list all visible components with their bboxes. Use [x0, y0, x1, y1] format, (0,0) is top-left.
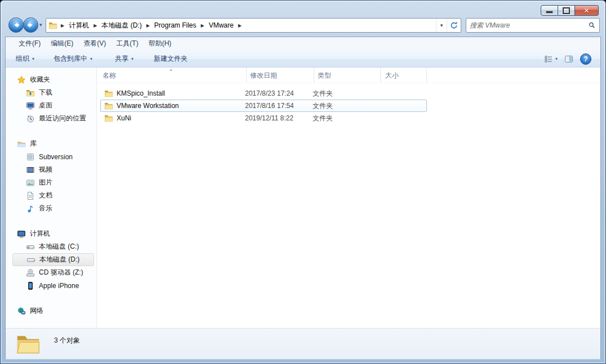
menu-edit[interactable]: 编辑(E) — [46, 37, 78, 50]
breadcrumb-local-disk-d[interactable]: 本地磁盘 (D:) — [100, 21, 142, 30]
column-divider[interactable] — [314, 68, 314, 83]
search-input[interactable] — [466, 21, 588, 29]
maximize-button[interactable] — [558, 5, 575, 16]
menu-bar: 文件(F) 编辑(E) 查看(V) 工具(T) 帮助(H) — [6, 37, 600, 50]
breadcrumb-program-files[interactable]: Program Files — [153, 21, 198, 29]
chevron-down-icon: ▾ — [131, 56, 133, 61]
folder-icon — [104, 101, 113, 110]
libraries-label: 库 — [30, 139, 37, 149]
forward-button[interactable] — [23, 17, 38, 33]
library-icon — [17, 140, 26, 149]
column-header-type[interactable]: 类型 — [318, 71, 331, 80]
file-rows: KMSpico_Install 2017/8/23 17:24 文件夹 VMwa… — [97, 83, 600, 124]
sidebar-item-local-disk-d[interactable]: 本地磁盘 (D:) — [12, 253, 94, 266]
close-button[interactable]: ✕ — [575, 5, 599, 16]
sidebar-item-recent-places[interactable]: 最近访问的位置 — [6, 112, 96, 125]
menu-help[interactable]: 帮助(H) — [144, 37, 177, 50]
local-disk-d-label: 本地磁盘 (D:) — [39, 255, 79, 264]
menu-tools[interactable]: 工具(T) — [111, 37, 143, 50]
menu-file[interactable]: 文件(F) — [14, 37, 46, 50]
videos-label: 视频 — [39, 165, 52, 174]
breadcrumb-computer[interactable]: 计算机 — [68, 21, 90, 30]
documents-label: 文档 — [39, 191, 52, 200]
sidebar-item-favorites[interactable]: 收藏夹 — [6, 73, 96, 86]
minimize-button[interactable] — [541, 5, 558, 16]
computer-icon — [17, 230, 26, 239]
preview-pane-button[interactable] — [564, 55, 573, 64]
crumb-separator-icon: ▶ — [143, 23, 153, 28]
new-folder-label: 新建文件夹 — [154, 54, 188, 64]
file-name: KMSpico_Install — [117, 89, 165, 97]
column-divider[interactable] — [426, 68, 427, 83]
sidebar-item-cd-drive-z[interactable]: CD 驱动器 (Z:) — [6, 266, 96, 279]
column-header-row: ▲ 名称 修改日期 类型 大小 — [97, 68, 600, 83]
sidebar-item-music[interactable]: 音乐 — [6, 202, 96, 215]
sidebar-item-videos[interactable]: 视频 — [6, 163, 96, 176]
address-folder-icon — [48, 21, 57, 30]
search-box — [466, 18, 600, 33]
iphone-icon — [26, 281, 35, 290]
share-button[interactable]: 共享 ▾ — [109, 52, 139, 66]
refresh-button[interactable] — [447, 19, 461, 32]
documents-icon — [26, 191, 35, 200]
drive-icon — [26, 255, 35, 264]
back-arrow-icon — [12, 21, 20, 29]
sidebar-item-documents[interactable]: 文档 — [6, 189, 96, 202]
videos-icon — [26, 165, 35, 174]
column-divider[interactable] — [246, 68, 247, 83]
apple-iphone-label: Apple iPhone — [39, 282, 79, 290]
menu-view[interactable]: 查看(V) — [78, 37, 111, 50]
breadcrumb-vmware[interactable]: VMware — [208, 21, 235, 29]
folder-icon — [104, 89, 113, 98]
help-icon: ? — [583, 55, 587, 63]
address-bar[interactable]: ▶ 计算机 ▶ 本地磁盘 (D:) ▶ Program Files ▶ VMwa… — [46, 18, 461, 33]
change-view-button[interactable]: ▾ — [544, 55, 558, 64]
file-row-kmspico-install[interactable]: KMSpico_Install 2017/8/23 17:24 文件夹 — [100, 87, 427, 100]
pictures-icon — [26, 178, 35, 187]
file-row-xuni[interactable]: XuNi 2019/12/11 8:22 文件夹 — [100, 112, 427, 124]
include-in-library-label: 包含到库中 — [54, 54, 87, 64]
new-folder-button[interactable]: 新建文件夹 — [148, 52, 193, 66]
sidebar-item-subversion[interactable]: Subversion — [6, 150, 96, 163]
crumb-separator-icon: ▶ — [90, 23, 100, 28]
organize-label: 组织 — [16, 54, 29, 64]
toolbar-right-group: ▾ ? — [544, 53, 596, 65]
sidebar-item-apple-iphone[interactable]: Apple iPhone — [6, 279, 96, 292]
network-label: 网络 — [30, 306, 43, 316]
search-icon — [588, 21, 596, 29]
history-dropdown-button[interactable]: ▾ — [39, 22, 42, 28]
column-divider[interactable] — [380, 68, 381, 83]
refresh-icon — [449, 21, 458, 30]
address-dropdown-button[interactable]: ▾ — [436, 19, 447, 32]
sidebar-item-computer[interactable]: 计算机 — [6, 227, 96, 240]
command-bar: 组织 ▾ 包含到库中 ▾ 共享 ▾ 新建文件夹 ▾ — [6, 50, 600, 68]
sidebar-item-downloads[interactable]: 下载 — [6, 86, 96, 99]
include-in-library-button[interactable]: 包含到库中 ▾ — [48, 52, 98, 66]
chevron-down-icon: ▾ — [90, 56, 92, 61]
client-area: 文件(F) 编辑(E) 查看(V) 工具(T) 帮助(H) 组织 ▾ 包含到库中… — [5, 37, 601, 359]
sort-ascending-icon: ▲ — [169, 68, 173, 71]
column-header-date-modified[interactable]: 修改日期 — [250, 71, 277, 80]
system-drive-icon — [26, 242, 35, 251]
file-row-vmware-workstation[interactable]: VMware Workstation 2017/8/16 17:54 文件夹 — [100, 100, 427, 112]
folder-icon — [104, 114, 113, 123]
file-name-cell: KMSpico_Install — [101, 89, 245, 98]
recent-places-label: 最近访问的位置 — [39, 114, 86, 123]
views-icon — [544, 55, 553, 64]
sidebar-item-local-disk-c[interactable]: 本地磁盘 (C:) — [6, 240, 96, 253]
organize-button[interactable]: 组织 ▾ — [10, 52, 40, 66]
sidebar-item-desktop[interactable]: 桌面 — [6, 99, 96, 112]
main-area: 收藏夹 下载 桌面 最近访问的位置 — [6, 68, 600, 328]
sidebar-item-network[interactable]: 网络 — [6, 304, 96, 317]
column-header-size[interactable]: 大小 — [385, 71, 399, 80]
minimize-icon — [546, 11, 553, 14]
back-button[interactable] — [8, 17, 24, 33]
sidebar-item-libraries[interactable]: 库 — [6, 137, 96, 150]
sidebar-item-pictures[interactable]: 图片 — [6, 176, 96, 189]
help-button[interactable]: ? — [580, 53, 591, 65]
column-header-name[interactable]: 名称 — [103, 71, 116, 80]
network-icon — [17, 307, 26, 316]
file-date: 2017/8/16 17:54 — [245, 102, 313, 110]
cd-drive-z-label: CD 驱动器 (Z:) — [39, 268, 83, 277]
favorites-section: 收藏夹 下载 桌面 最近访问的位置 — [6, 73, 96, 125]
